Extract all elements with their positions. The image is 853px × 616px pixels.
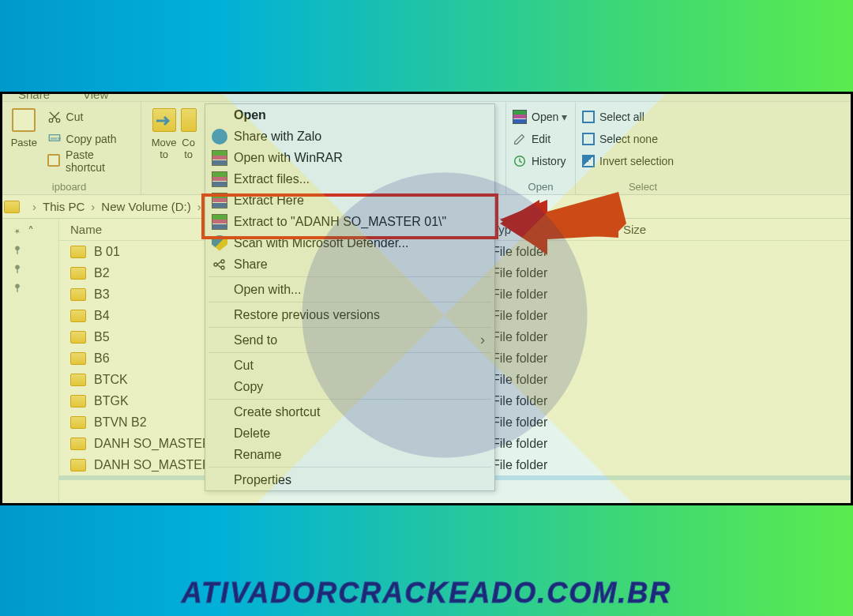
group-label-open: Open <box>506 181 575 193</box>
shield-icon <box>212 235 227 251</box>
folder-icon <box>70 288 86 301</box>
file-name: BTVN B2 <box>94 415 147 430</box>
folder-icon <box>70 246 86 258</box>
file-name: B2 <box>94 266 110 280</box>
folder-icon <box>70 331 86 344</box>
ctx-extract-files[interactable]: Extract files... <box>205 168 494 190</box>
file-name: BTCK <box>94 373 128 387</box>
copy-to-button[interactable]: Co to <box>180 105 197 176</box>
pin-icon <box>12 245 23 256</box>
chevron-up-icon: ˄ <box>28 224 34 239</box>
paste-shortcut-button[interactable]: Paste shortcut <box>47 151 134 171</box>
file-name: DANH SO_MASTER 0 <box>94 458 222 472</box>
tab-share[interactable]: Share <box>13 92 54 101</box>
ctx-open[interactable]: Open <box>205 104 494 126</box>
folder-icon <box>70 459 86 471</box>
explorer-window: Share View Paste C <box>0 92 853 505</box>
pin-icon <box>12 283 23 294</box>
ctx-rename[interactable]: Rename <box>205 444 494 465</box>
move-to-button[interactable]: Move to <box>148 105 180 176</box>
file-type: File folder <box>492 351 623 366</box>
scissors-icon <box>47 110 62 124</box>
svg-point-9 <box>15 265 20 269</box>
pinned-item[interactable] <box>0 279 58 298</box>
share-icon <box>212 257 227 272</box>
history-button[interactable]: History <box>513 151 567 171</box>
ribbon-group-open: Open ▾ Edit History <box>506 102 576 194</box>
svg-rect-8 <box>17 250 17 254</box>
folder-icon <box>70 374 86 386</box>
open-dropdown[interactable]: Open ▾ <box>513 107 567 127</box>
ctx-cut[interactable]: Cut <box>205 355 494 376</box>
ctx-scan-defender[interactable]: Scan with Microsoft Defender... <box>205 232 494 254</box>
chevron-right-icon: › <box>91 200 95 213</box>
ctx-send-to[interactable]: Send to› <box>205 329 494 351</box>
select-all-button[interactable]: Select all <box>582 107 674 127</box>
paste-button[interactable]: Paste <box>4 105 44 176</box>
group-label-select: Select <box>576 181 710 193</box>
folder-icon <box>70 416 86 429</box>
file-type: File folder <box>492 415 623 430</box>
ribbon-group-select: Select all Select none Invert selection … <box>576 102 710 194</box>
file-type: File folder <box>492 373 623 387</box>
file-type: File folder <box>492 330 623 344</box>
pinned-item[interactable] <box>0 260 58 279</box>
select-none-button[interactable]: Select none <box>582 129 674 149</box>
ctx-delete[interactable]: Delete <box>205 423 494 444</box>
folder-icon <box>70 395 86 408</box>
folder-icon <box>4 201 20 213</box>
pinned-item[interactable] <box>0 241 58 260</box>
paste-shortcut-icon <box>47 154 61 168</box>
ctx-open-winrar[interactable]: Open with WinRAR <box>205 147 494 168</box>
tab-view[interactable]: View <box>78 92 113 101</box>
history-icon <box>513 154 527 168</box>
context-menu: Open Share with Zalo Open with WinRAR Ex… <box>205 103 495 491</box>
file-name: B6 <box>94 351 110 366</box>
folder-icon <box>70 310 86 322</box>
rar-icon <box>212 150 227 166</box>
ctx-extract-to[interactable]: Extract to "ADANH SO_MASTER 01\" <box>205 211 494 232</box>
breadcrumb-drive[interactable]: New Volume (D:) <box>101 200 190 213</box>
ctx-extract-here[interactable]: Extract Here <box>205 190 494 211</box>
ribbon-group-organize: Move to Co to <box>141 102 203 194</box>
ctx-create-shortcut[interactable]: Create shortcut <box>205 401 494 423</box>
file-name: DANH SO_MASTER 0 <box>94 437 222 451</box>
ctx-share[interactable]: Share <box>205 254 494 275</box>
file-type: File folder <box>492 394 623 408</box>
col-size[interactable]: Size <box>623 223 718 236</box>
file-name: B4 <box>94 309 110 323</box>
rar-icon <box>212 193 227 208</box>
copy-path-icon: www <box>47 132 62 146</box>
ctx-open-with[interactable]: Open with... <box>205 279 494 300</box>
ctx-copy[interactable]: Copy <box>205 376 494 397</box>
edit-button[interactable]: Edit <box>513 129 567 149</box>
svg-point-7 <box>15 246 20 250</box>
file-name: B 01 <box>94 245 120 259</box>
svg-point-11 <box>15 284 20 288</box>
svg-text:www: www <box>49 136 61 141</box>
chevron-right-icon: › <box>32 200 36 213</box>
breadcrumb-root[interactable]: This PC <box>43 200 85 213</box>
file-type: File folder <box>492 309 623 323</box>
ribbon-group-clipboard: Paste Cut www Copy <box>0 102 141 194</box>
invert-selection-button[interactable]: Invert selection <box>582 151 674 171</box>
cut-button[interactable]: Cut <box>47 107 134 127</box>
clipboard-icon <box>12 108 36 132</box>
zalo-icon <box>212 129 227 145</box>
chevron-right-icon: › <box>197 200 201 213</box>
ctx-restore-versions[interactable]: Restore previous versions <box>205 304 494 325</box>
copy-path-button[interactable]: www Copy path <box>47 129 134 149</box>
rar-icon <box>513 110 527 124</box>
file-name: B3 <box>94 287 110 302</box>
file-type: File folder <box>492 437 623 451</box>
quick-access-toggle[interactable]: ˄ <box>0 222 58 241</box>
group-label-clipboard: ipboard <box>0 181 141 193</box>
ctx-share-zalo[interactable]: Share with Zalo <box>205 126 494 147</box>
invert-selection-icon <box>582 155 595 167</box>
col-type[interactable]: Typ <box>492 223 623 236</box>
file-type: File folder <box>492 266 623 280</box>
ctx-properties[interactable]: Properties <box>205 469 494 490</box>
file-type: File folder <box>492 458 623 472</box>
file-type: File folder <box>492 287 623 302</box>
folder-icon <box>70 352 86 365</box>
